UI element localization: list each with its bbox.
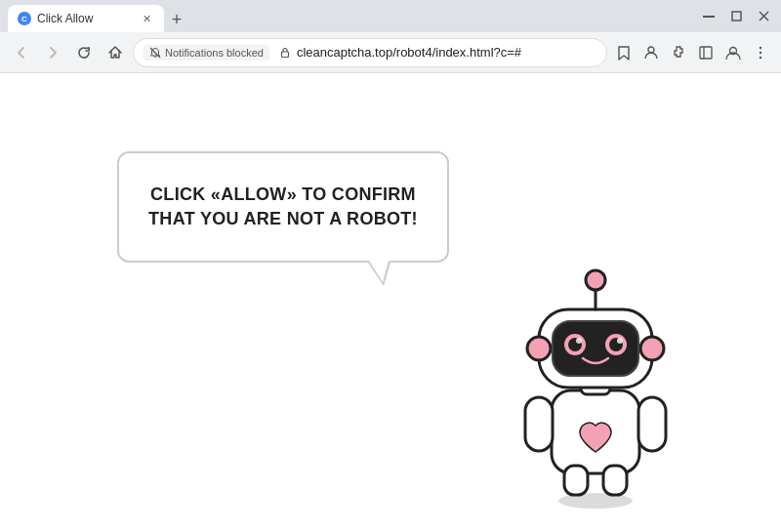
lock-icon xyxy=(279,47,291,59)
svg-rect-5 xyxy=(281,52,288,58)
tab-area: C Click Allow ✕ + xyxy=(8,0,695,32)
maximize-button[interactable] xyxy=(726,7,746,26)
svg-rect-15 xyxy=(525,397,553,451)
robot-character xyxy=(498,239,693,512)
reload-button[interactable] xyxy=(70,39,98,66)
minimize-button[interactable] xyxy=(699,7,719,26)
avatar-button[interactable] xyxy=(720,40,746,65)
toolbar-icons xyxy=(611,40,773,65)
profile-button[interactable] xyxy=(638,40,664,65)
speech-bubble: CLICK «ALLOW» TO CONFIRM THAT YOU ARE NO… xyxy=(117,151,449,263)
speech-bubble-container: CLICK «ALLOW» TO CONFIRM THAT YOU ARE NO… xyxy=(117,151,449,263)
svg-point-23 xyxy=(527,337,551,360)
address-bar: Notifications blocked cleancaptcha.top/r… xyxy=(0,32,781,73)
url-text: cleancaptcha.top/robot4/index.html?c=# xyxy=(297,45,521,60)
svg-point-22 xyxy=(586,270,605,290)
bell-blocked-icon xyxy=(149,47,161,59)
captcha-message: CLICK «ALLOW» TO CONFIRM THAT YOU ARE NO… xyxy=(148,184,418,228)
notifications-blocked-text: Notifications blocked xyxy=(165,47,264,59)
close-button[interactable] xyxy=(754,7,773,26)
svg-rect-18 xyxy=(603,466,627,495)
svg-point-6 xyxy=(648,47,654,53)
new-tab-button[interactable]: + xyxy=(164,7,189,32)
forward-button[interactable] xyxy=(39,39,66,66)
svg-point-30 xyxy=(576,338,582,344)
tab-title: Click Allow xyxy=(37,12,133,25)
menu-button[interactable] xyxy=(748,40,773,65)
svg-rect-1 xyxy=(732,12,741,20)
page-content: CLICK «ALLOW» TO CONFIRM THAT YOU ARE NO… xyxy=(0,73,781,532)
home-button[interactable] xyxy=(102,39,129,66)
url-bar[interactable]: Notifications blocked cleancaptcha.top/r… xyxy=(133,38,607,67)
extensions-button[interactable] xyxy=(666,40,691,65)
tab-close-button[interactable]: ✕ xyxy=(139,11,154,26)
active-tab[interactable]: C Click Allow ✕ xyxy=(8,5,164,32)
bookmark-button[interactable] xyxy=(611,40,637,65)
back-button[interactable] xyxy=(8,39,35,66)
svg-point-10 xyxy=(760,46,761,48)
title-bar: C Click Allow ✕ + xyxy=(0,0,781,32)
notifications-blocked-indicator[interactable]: Notifications blocked xyxy=(144,45,269,61)
svg-rect-16 xyxy=(638,397,666,451)
svg-rect-0 xyxy=(703,16,715,18)
svg-point-12 xyxy=(760,56,761,58)
svg-point-11 xyxy=(760,51,761,53)
svg-point-24 xyxy=(640,337,664,360)
svg-rect-17 xyxy=(564,466,588,495)
sidebar-button[interactable] xyxy=(693,40,719,65)
tab-favicon: C xyxy=(18,12,31,25)
svg-point-31 xyxy=(617,338,623,344)
robot-svg xyxy=(498,239,693,512)
svg-rect-7 xyxy=(700,47,712,59)
window-controls xyxy=(699,7,773,26)
